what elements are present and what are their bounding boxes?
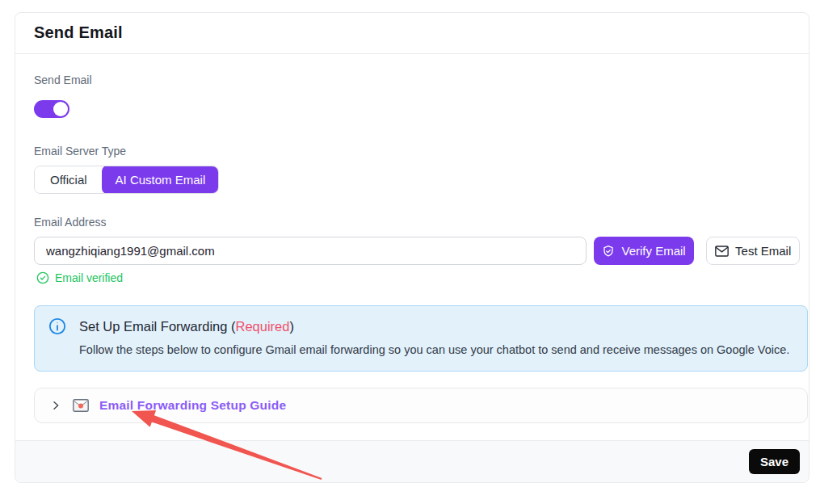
server-type-label: Email Server Type [34, 145, 800, 157]
guide-link-label: Email Forwarding Setup Guide [99, 398, 286, 413]
verify-email-button[interactable]: Verify Email [594, 237, 695, 265]
chevron-right-icon[interactable] [49, 399, 62, 412]
test-email-label: Test Email [735, 244, 791, 258]
info-box-description: Follow the steps below to configure Gmai… [79, 342, 791, 358]
envelope-icon [715, 246, 729, 257]
info-box-title: Set Up Email Forwarding (Required) [79, 319, 294, 334]
info-title-required: Required [235, 319, 289, 334]
email-verified-status: Email verified [34, 271, 800, 284]
sealed-envelope-icon [73, 399, 89, 412]
save-button[interactable]: Save [749, 449, 800, 474]
send-email-toggle[interactable] [34, 100, 69, 118]
panel-body: Send Email Email Server Type Official AI… [15, 54, 809, 440]
toggle-knob [53, 102, 68, 116]
info-icon [48, 317, 66, 335]
verify-email-label: Verify Email [621, 244, 685, 258]
server-type-option-official[interactable]: Official [35, 166, 103, 193]
panel-header: Send Email [15, 13, 809, 54]
info-title-prefix: Set Up Email Forwarding ( [79, 319, 235, 334]
email-forwarding-guide-expander[interactable]: Email Forwarding Setup Guide [34, 388, 808, 423]
page-title: Send Email [34, 23, 789, 42]
email-row: Verify Email Test Email [34, 237, 800, 265]
test-email-button[interactable]: Test Email [706, 237, 800, 265]
info-box-header: Set Up Email Forwarding (Required) [48, 317, 791, 335]
check-circle-icon [36, 271, 49, 284]
shield-check-icon [602, 245, 615, 258]
email-verified-text: Email verified [55, 271, 123, 284]
info-title-suffix: ) [289, 319, 294, 334]
email-address-label: Email Address [34, 216, 800, 228]
send-email-toggle-label: Send Email [34, 74, 800, 86]
send-email-panel: Send Email Send Email Email Server Type … [15, 12, 809, 483]
email-forwarding-info-box: Set Up Email Forwarding (Required) Follo… [34, 305, 808, 372]
server-type-segmented-control: Official AI Custom Email [34, 166, 219, 194]
email-address-input[interactable] [34, 237, 587, 265]
panel-footer: Save [15, 440, 809, 482]
server-type-option-ai-custom[interactable]: AI Custom Email [102, 166, 220, 194]
